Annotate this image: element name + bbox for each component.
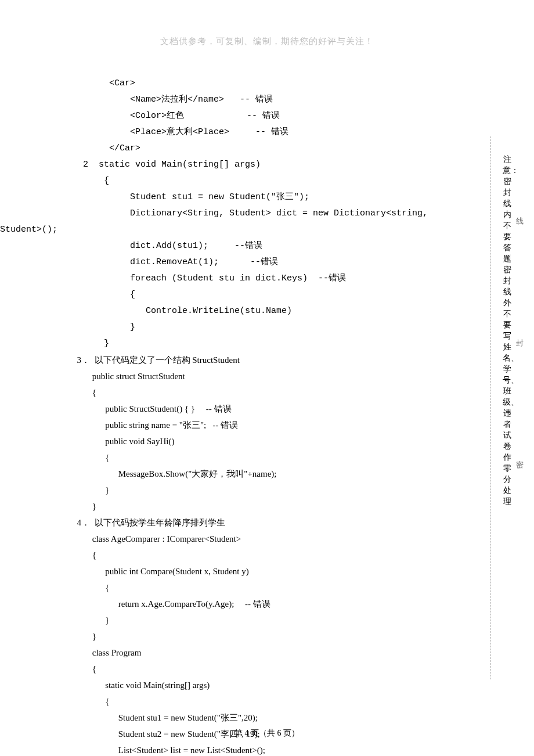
code-line: public StructStudent() { } -- 错误 bbox=[73, 401, 490, 417]
code-line: public string name = "张三"; -- 错误 bbox=[73, 417, 490, 433]
code-line: { bbox=[73, 547, 490, 563]
code-line: class Program bbox=[73, 645, 490, 661]
code-line: } bbox=[73, 628, 490, 645]
code-line: <Name>法拉利</name> -- 错误 bbox=[73, 92, 490, 108]
code-line: MessageBox.Show("大家好，我叫"+name); bbox=[73, 466, 490, 482]
code-line: } bbox=[73, 336, 490, 352]
page-footer: 第 4 页（共 6 页） bbox=[0, 728, 534, 739]
code-line: public struct StructStudent bbox=[73, 368, 490, 384]
code-line: 4． 以下代码按学生年龄降序排列学生 bbox=[73, 514, 490, 531]
code-line: Student>(); bbox=[0, 222, 490, 238]
code-line: <Place>意大利<Place> -- 错误 bbox=[73, 124, 490, 141]
code-line: } bbox=[73, 612, 490, 628]
code-line: class AgeComparer : IComparer<Student> bbox=[73, 531, 490, 547]
code-line: { bbox=[73, 579, 490, 596]
code-line: static void Main(string[] args) bbox=[73, 677, 490, 693]
marker-mi: 密 bbox=[516, 459, 524, 471]
marker-feng: 封 bbox=[516, 337, 524, 350]
code-line: } bbox=[73, 319, 490, 336]
code-line: 2 static void Main(string[] args) bbox=[73, 157, 490, 173]
code-line: </Car> bbox=[73, 141, 490, 157]
code-line: dict.Add(stu1); --错误 bbox=[73, 238, 490, 254]
code-line: Controle.WriteLine(stu.Name) bbox=[73, 303, 490, 319]
code-line: { bbox=[73, 661, 490, 677]
code-line: public int Compare(Student x, Student y) bbox=[73, 563, 490, 579]
code-line: public void SayHi() bbox=[73, 433, 490, 449]
code-line: 3． 以下代码定义了一个结构 StructStudent bbox=[73, 352, 490, 368]
code-line: dict.RemoveAt(1); --错误 bbox=[73, 254, 490, 271]
code-line: <Color>红色 -- 错误 bbox=[73, 108, 490, 124]
code-line: <Car> bbox=[73, 75, 490, 92]
code-line: foreach (Student stu in dict.Keys) --错误 bbox=[73, 271, 490, 287]
document-body: <Car> <Name>法拉利</name> -- 错误 <Color>红色 -… bbox=[73, 75, 490, 756]
code-line: } bbox=[73, 498, 490, 514]
code-line: List<Student> list = new List<Student>()… bbox=[73, 742, 490, 756]
code-line: Student stu1 = new Student("张三"); bbox=[73, 189, 490, 206]
code-line: { bbox=[73, 384, 490, 401]
seal-line-warning: 注意：密封线内不要答题 密封线外不要写姓名、学号、班级、违者试卷作零分处理 bbox=[503, 154, 512, 507]
code-line: Student stu1 = new Student("张三",20); bbox=[73, 710, 490, 726]
marker-xian: 线 bbox=[516, 215, 524, 228]
code-line: { bbox=[73, 287, 490, 303]
code-line: { bbox=[73, 173, 490, 189]
code-line: { bbox=[73, 693, 490, 710]
code-line: return x.Age.CompareTo(y.Age); -- 错误 bbox=[73, 596, 490, 612]
header-note: 文档供参考，可复制、编制，期待您的好评与关注！ bbox=[0, 36, 534, 47]
code-line: Dictionary<String, Student> dict = new D… bbox=[73, 206, 490, 222]
code-line: { bbox=[73, 449, 490, 466]
code-line: } bbox=[73, 482, 490, 498]
